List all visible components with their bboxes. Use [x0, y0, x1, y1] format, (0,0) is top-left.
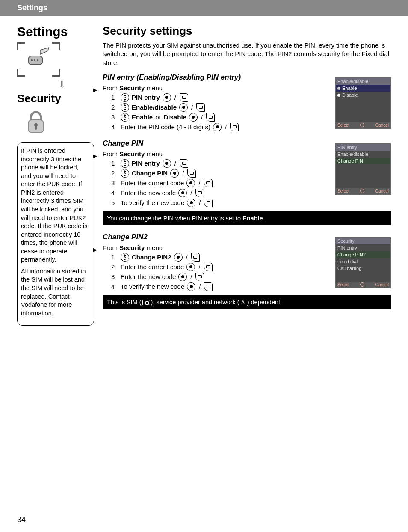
nav-key-icon [121, 113, 129, 122]
svg-point-2 [34, 59, 35, 61]
center-key-icon [178, 189, 187, 197]
nav-key-icon [121, 93, 129, 102]
center-key-icon [187, 199, 195, 207]
padlock-icon [26, 110, 47, 136]
phone-screenshot: Enable/disable Enable Disable SelectCanc… [335, 77, 391, 129]
softkey-icon [195, 189, 204, 197]
svg-rect-6 [35, 126, 37, 130]
softkey-icon [180, 159, 188, 168]
svg-point-1 [31, 59, 33, 61]
screenshot-softkeys: SelectCancel [336, 282, 390, 288]
screenshot-row: Change PIN2 [336, 251, 390, 258]
center-key-icon [186, 263, 195, 271]
note-paragraph-2: All information stored in the SIM will b… [21, 267, 90, 318]
center-key-icon [179, 103, 188, 112]
sim-icon [142, 300, 150, 305]
flow-arrow-icon: ▸ [93, 85, 97, 95]
center-key-icon [187, 282, 195, 291]
intro-text: The PIN protects your SIM against unauth… [103, 41, 391, 67]
section-pin-entry: ▸ PIN entry (Enabling/Disabling PIN entr… [103, 73, 391, 131]
softkey-icon [195, 273, 204, 281]
screenshot-row: Change PIN [336, 158, 390, 164]
screenshot-row: Fixed dial [336, 258, 390, 265]
center-key-icon [186, 179, 195, 187]
center-key-icon [213, 123, 222, 131]
info-note: This is SIM (), service provider and net… [103, 295, 391, 309]
sidebar: Settings ⇩ Security If PIN is entered in… [17, 24, 94, 326]
info-note: You can change the PIN when PIN entry is… [103, 211, 391, 225]
sidebar-title: Settings [17, 24, 94, 39]
sidebar-subtitle: Security [17, 92, 94, 105]
page-number: 34 [17, 515, 26, 524]
nav-key-icon [121, 253, 129, 262]
down-arrow-icon: ⇩ [30, 79, 94, 90]
softkey-icon [230, 123, 239, 131]
softkey-icon [206, 113, 215, 122]
softkey-icon [204, 263, 213, 271]
center-key-icon [189, 113, 198, 122]
step: 5 To verify the new code / [111, 199, 391, 207]
softkey-icon [180, 93, 188, 102]
screenshot-title: Enable/disable [336, 78, 390, 85]
center-key-icon [174, 253, 183, 262]
screenshot-softkeys: SelectCancel [336, 188, 390, 194]
screenshot-row: Enable [336, 85, 390, 92]
section-change-pin2: ▸ Change PIN2 From Security menu 1 Chang… [103, 233, 391, 309]
page-body: Settings ⇩ Security If PIN is entered in… [0, 16, 408, 326]
sidebar-note: If PIN is entered incorrectly 3 times th… [17, 142, 94, 326]
note-paragraph-1: If PIN is entered incorrectly 3 times th… [21, 147, 90, 264]
center-key-icon [163, 159, 171, 168]
section-change-pin: ▸ Change PIN From Security menu 1 PIN en… [103, 139, 391, 225]
header-title: Settings [17, 3, 47, 12]
settings-icon [17, 42, 60, 77]
antenna-icon [240, 300, 246, 306]
phone-screenshot: Security PIN entry Change PIN2 Fixed dia… [335, 237, 391, 288]
center-key-icon [163, 93, 171, 102]
softkey-icon [204, 179, 213, 187]
softkey-icon [187, 169, 196, 178]
nav-key-icon [121, 159, 129, 168]
screenshot-title: Security [336, 238, 390, 244]
screenshot-title: PIN entry [336, 144, 390, 151]
phone-pen-icon [23, 47, 53, 70]
screenshot-row: Enable/disable [336, 151, 390, 158]
flow-arrow-icon: ▸ [93, 151, 97, 160]
center-key-icon [178, 273, 187, 281]
center-key-icon [170, 169, 179, 178]
screenshot-row: Disable [336, 92, 390, 98]
softkey-icon [196, 103, 205, 112]
nav-key-icon [121, 169, 129, 178]
main-title: Security settings [103, 24, 391, 38]
header-bar: Settings [0, 0, 408, 16]
softkey-icon [204, 199, 213, 207]
svg-point-3 [37, 59, 38, 61]
main-content: Security settings The PIN protects your … [103, 24, 391, 326]
phone-screenshot: PIN entry Enable/disable Change PIN Sele… [335, 143, 391, 195]
screenshot-row: Call barring [336, 265, 390, 272]
nav-key-icon [121, 103, 129, 112]
flow-arrow-icon: ▸ [93, 245, 97, 254]
softkey-icon [191, 253, 200, 262]
softkey-icon [204, 282, 213, 291]
screenshot-row: PIN entry [336, 244, 390, 251]
screenshot-softkeys: SelectCancel [336, 122, 390, 128]
